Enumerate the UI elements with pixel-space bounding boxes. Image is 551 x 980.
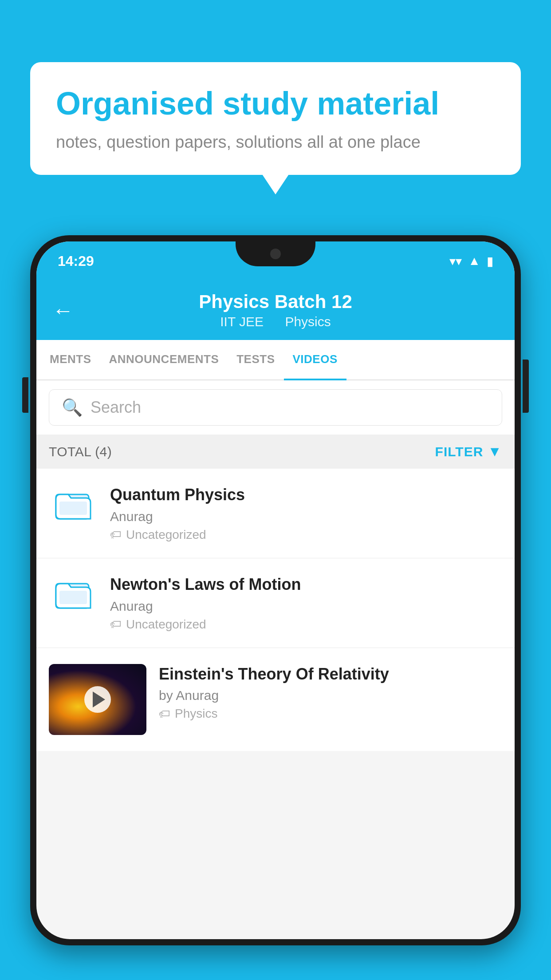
video-thumbnail — [49, 664, 146, 735]
bubble-subtitle: notes, question papers, solutions all at… — [56, 133, 495, 152]
list-item[interactable]: Einstein's Theory Of Relativity by Anura… — [36, 648, 515, 751]
list-item[interactable]: Quantum Physics Anurag 🏷 Uncategorized — [36, 469, 515, 558]
status-time: 14:29 — [58, 253, 94, 269]
filter-funnel-icon: ▼ — [488, 443, 502, 460]
speech-bubble-area: Organised study material notes, question… — [30, 62, 521, 175]
svg-rect-3 — [59, 591, 87, 604]
total-count: TOTAL (4) — [49, 444, 112, 459]
search-bar[interactable]: 🔍 Search — [49, 389, 502, 426]
header-subtitle: IIT JEE Physics — [216, 314, 335, 329]
item-title: Quantum Physics — [110, 485, 502, 506]
filter-label: FILTER — [435, 444, 484, 459]
tab-tests[interactable]: TESTS — [228, 340, 283, 379]
tabs-bar: MENTS ANNOUNCEMENTS TESTS VIDEOS — [36, 340, 515, 380]
tag-text: Uncategorized — [126, 528, 206, 542]
header-tag2: Physics — [285, 314, 331, 329]
search-icon: 🔍 — [62, 398, 83, 417]
item-author: Anurag — [110, 509, 502, 524]
phone-inner: 14:29 ▾▾ ▲ ▮ ← Physics Batch 12 IIT JEE … — [36, 241, 515, 939]
item-author: by Anurag — [159, 688, 502, 703]
bubble-title: Organised study material — [56, 85, 495, 122]
tab-videos[interactable]: VIDEOS — [284, 340, 346, 380]
item-title: Newton's Laws of Motion — [110, 574, 502, 595]
search-container: 🔍 Search — [36, 380, 515, 435]
camera-dot — [270, 249, 281, 259]
item-info: Quantum Physics Anurag 🏷 Uncategorized — [110, 485, 502, 542]
play-triangle-icon — [93, 692, 105, 707]
item-title: Einstein's Theory Of Relativity — [159, 664, 502, 685]
back-button[interactable]: ← — [52, 298, 74, 323]
tag-icon: 🏷 — [159, 707, 170, 721]
tag-icon: 🏷 — [110, 617, 122, 631]
status-bar: 14:29 ▾▾ ▲ ▮ — [36, 241, 515, 281]
play-button[interactable] — [84, 686, 111, 713]
header-tag1: IIT JEE — [220, 314, 264, 329]
item-tag: 🏷 Uncategorized — [110, 617, 502, 632]
tab-announcements[interactable]: ANNOUNCEMENTS — [100, 340, 228, 379]
tag-text: Physics — [175, 707, 217, 721]
tag-text: Uncategorized — [126, 617, 206, 632]
tag-icon: 🏷 — [110, 528, 122, 541]
video-list: Quantum Physics Anurag 🏷 Uncategorized — [36, 469, 515, 751]
signal-icon: ▲ — [468, 254, 480, 268]
thumb-bg — [49, 664, 146, 735]
list-item[interactable]: Newton's Laws of Motion Anurag 🏷 Uncateg… — [36, 558, 515, 648]
speech-bubble: Organised study material notes, question… — [30, 62, 521, 175]
search-placeholder: Search — [91, 398, 141, 417]
item-tag: 🏷 Physics — [159, 707, 502, 721]
tab-ments[interactable]: MENTS — [41, 340, 100, 379]
item-info: Einstein's Theory Of Relativity by Anura… — [159, 664, 502, 721]
svg-rect-1 — [59, 502, 87, 515]
phone-outer: 14:29 ▾▾ ▲ ▮ ← Physics Batch 12 IIT JEE … — [30, 235, 521, 945]
folder-icon-wrap — [49, 574, 98, 623]
filter-bar: TOTAL (4) FILTER ▼ — [36, 435, 515, 469]
filter-button[interactable]: FILTER ▼ — [435, 443, 502, 460]
battery-icon: ▮ — [487, 254, 493, 269]
item-info: Newton's Laws of Motion Anurag 🏷 Uncateg… — [110, 574, 502, 632]
app-header: ← Physics Batch 12 IIT JEE Physics — [36, 281, 515, 340]
item-tag: 🏷 Uncategorized — [110, 528, 502, 542]
folder-icon-wrap — [49, 485, 98, 533]
status-icons: ▾▾ ▲ ▮ — [449, 254, 493, 269]
item-author: Anurag — [110, 599, 502, 614]
notch — [236, 241, 315, 266]
folder-icon — [53, 574, 93, 623]
page-title: Physics Batch 12 — [199, 291, 352, 312]
folder-icon — [53, 485, 93, 534]
wifi-icon: ▾▾ — [449, 254, 462, 269]
phone-wrapper: 14:29 ▾▾ ▲ ▮ ← Physics Batch 12 IIT JEE … — [30, 235, 521, 980]
